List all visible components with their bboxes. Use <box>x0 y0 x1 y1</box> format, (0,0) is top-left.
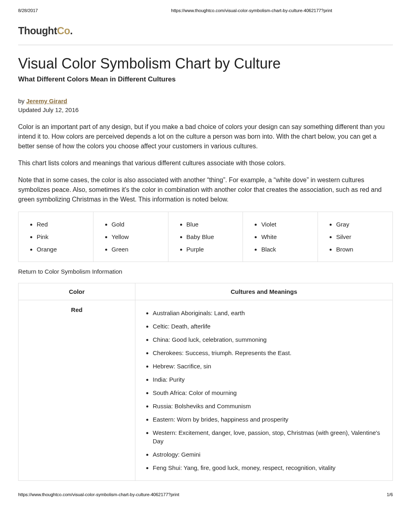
meaning-item: India: Purity <box>153 373 386 386</box>
nav-item-red[interactable]: Red <box>37 218 89 231</box>
color-nav-table: Red Pink Orange Gold Yellow Green Blue B… <box>18 212 393 262</box>
nav-item-baby-blue[interactable]: Baby Blue <box>187 231 239 243</box>
print-url-top: https://www.thoughtco.com/visual-color-s… <box>171 8 332 13</box>
nav-item-gray[interactable]: Gray <box>336 218 388 231</box>
logo-dot: . <box>70 25 73 36</box>
page-number: 1/6 <box>387 492 393 497</box>
nav-item-brown[interactable]: Brown <box>336 243 388 256</box>
meaning-item: Cherokees: Success, triumph. Represents … <box>153 346 386 360</box>
nav-col-1: Red Pink Orange <box>19 212 93 262</box>
page-title: Visual Color Symbolism Chart by Culture <box>18 55 393 72</box>
print-footer: https://www.thoughtco.com/visual-color-s… <box>18 492 393 497</box>
table-row: Red Australian Aboriginals: Land, earth … <box>19 300 393 481</box>
intro-paragraph-2: This chart lists colors and meanings tha… <box>18 158 393 168</box>
meaning-item: South Africa: Color of mourning <box>153 386 386 399</box>
byline-by: by <box>18 98 26 104</box>
header-divider <box>18 45 393 45</box>
color-name-red: Red <box>19 300 135 481</box>
nav-col-4: Violet White Black <box>243 212 318 262</box>
nav-item-blue[interactable]: Blue <box>187 218 239 231</box>
author-link[interactable]: Jeremy Girard <box>26 98 67 104</box>
nav-col-2: Gold Yellow Green <box>93 212 168 262</box>
nav-item-yellow[interactable]: Yellow <box>112 231 164 243</box>
table-header-row: Color Cultures and Meanings <box>19 283 393 300</box>
header-color: Color <box>19 283 135 300</box>
nav-item-white[interactable]: White <box>261 231 313 243</box>
meaning-item: Western: Excitement, danger, love, passi… <box>153 426 386 448</box>
print-url-bottom: https://www.thoughtco.com/visual-color-s… <box>18 492 179 497</box>
print-header: 8/28/2017 https://www.thoughtco.com/visu… <box>18 8 393 13</box>
meaning-item: Russia: Bolsheviks and Communism <box>153 399 386 413</box>
meanings-table: Color Cultures and Meanings Red Australi… <box>18 283 393 481</box>
nav-item-green[interactable]: Green <box>112 243 164 256</box>
nav-item-orange[interactable]: Orange <box>37 243 89 256</box>
meaning-item: Hebrew: Sacrifice, sin <box>153 360 386 373</box>
nav-item-violet[interactable]: Violet <box>261 218 313 231</box>
logo-co: Co <box>57 25 70 36</box>
nav-item-purple[interactable]: Purple <box>187 243 239 256</box>
nav-item-pink[interactable]: Pink <box>37 231 89 243</box>
meaning-item: Australian Aboriginals: Land, earth <box>153 306 386 320</box>
meaning-item: China: Good luck, celebration, summoning <box>153 333 386 346</box>
nav-col-5: Gray Silver Brown <box>318 212 392 262</box>
header-meanings: Cultures and Meanings <box>135 283 393 300</box>
meaning-item: Astrology: Gemini <box>153 448 386 461</box>
page-subtitle: What Different Colors Mean in Different … <box>18 75 393 83</box>
print-date: 8/28/2017 <box>18 8 38 13</box>
meaning-item: Celtic: Death, afterlife <box>153 320 386 333</box>
return-link[interactable]: Return to Color Symbolism Information <box>18 268 393 275</box>
nav-item-gold[interactable]: Gold <box>112 218 164 231</box>
meanings-cell-red: Australian Aboriginals: Land, earth Celt… <box>135 300 393 481</box>
nav-item-black[interactable]: Black <box>261 243 313 256</box>
intro-paragraph-3: Note that in some cases, the color is al… <box>18 175 393 204</box>
intro-paragraph-1: Color is an important part of any design… <box>18 122 393 151</box>
meaning-item: Eastern: Worn by brides, happiness and p… <box>153 413 386 426</box>
logo-thought: Thought <box>18 25 57 36</box>
byline: by Jeremy Girard <box>18 98 393 104</box>
meaning-item: Feng Shui: Yang, fire, good luck, money,… <box>153 461 386 474</box>
site-logo: ThoughtCo. <box>18 25 393 37</box>
nav-item-silver[interactable]: Silver <box>336 231 388 243</box>
nav-col-3: Blue Baby Blue Purple <box>168 212 243 262</box>
updated-date: Updated July 12, 2016 <box>18 106 393 113</box>
